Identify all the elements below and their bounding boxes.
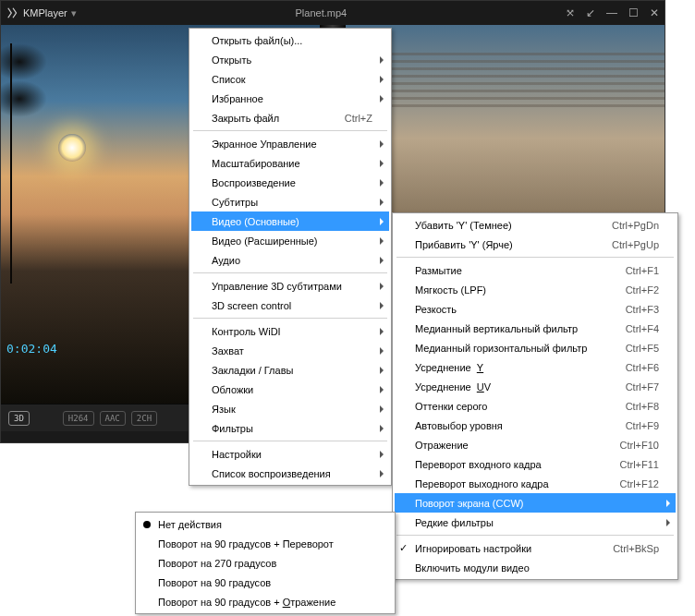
main-menu-item-10[interactable]: Видео (Основные) xyxy=(191,211,389,231)
pin-icon[interactable]: ⤧ xyxy=(566,6,575,19)
main-menu-item-6[interactable]: Экранное Управление xyxy=(191,134,389,153)
video-menu-item-12[interactable]: ОтражениеCtrl+F10 xyxy=(395,435,676,454)
video-menu-separator xyxy=(396,535,674,536)
minimize-icon[interactable]: — xyxy=(606,6,617,19)
video-menu-item-16[interactable]: Редкие фильтры xyxy=(395,513,676,532)
menu-item-label: Избранное xyxy=(212,93,263,104)
main-menu-item-14[interactable]: Управление 3D субтитрами xyxy=(191,276,389,296)
main-menu-item-12[interactable]: Аудио xyxy=(191,250,389,270)
rotate-menu-item-4[interactable]: Поворот на 90 градусов + Отражение xyxy=(138,592,393,611)
video-menu-item-1[interactable]: Прибавить 'Y' (Ярче)Ctrl+PgUp xyxy=(395,235,676,254)
chip-codec-video[interactable]: H264 xyxy=(63,411,94,426)
video-menu-item-18[interactable]: ✓Игнорировать настройкиCtrl+BkSp xyxy=(395,538,676,558)
menu-item-shortcut: Ctrl+F11 xyxy=(602,459,660,470)
menu-item-shortcut: Ctrl+F7 xyxy=(607,381,659,393)
main-menu-item-11[interactable]: Видео (Расширенные) xyxy=(191,231,389,250)
video-menu-item-3[interactable]: РазмытиеCtrl+F1 xyxy=(395,260,676,280)
app-name: KMPlayer xyxy=(23,7,67,18)
main-menu-item-7[interactable]: Масштабирование xyxy=(191,153,389,173)
video-menu-item-8[interactable]: Усреднение YCtrl+F6 xyxy=(395,357,676,377)
video-menu-item-13[interactable]: Переворот входного кадраCtrl+F11 xyxy=(395,454,676,474)
main-menu-item-15[interactable]: 3D screen control xyxy=(191,296,389,315)
menu-item-label: Усреднение UV xyxy=(415,381,491,393)
menu-item-label: Список воспроизведения xyxy=(212,468,331,479)
menu-item-shortcut: Ctrl+F3 xyxy=(607,304,659,315)
menu-item-label: Поворот на 90 градусов + Переворот xyxy=(158,538,334,550)
menu-item-label: Субтитры xyxy=(212,197,258,208)
menu-item-shortcut: Ctrl+BkSp xyxy=(594,543,659,554)
menu-item-shortcut: Ctrl+PgUp xyxy=(593,239,659,250)
main-menu-item-25[interactable]: Список воспроизведения xyxy=(191,464,389,483)
video-menu-item-14[interactable]: Переворот выходного кадраCtrl+F12 xyxy=(395,474,676,493)
menu-item-label: Переворот входного кадра xyxy=(415,459,542,470)
titlebar: KMPlayer ▾ Planet.mp4 ⤧ ↙ — ☐ ✕ xyxy=(1,1,665,25)
main-menu-item-21[interactable]: Язык xyxy=(191,399,389,418)
menu-item-label: Видео (Основные) xyxy=(212,216,299,227)
context-menu-rotate: Нет действияПоворот на 90 градусов + Пер… xyxy=(135,512,396,614)
main-menu-separator xyxy=(193,130,387,131)
video-menu-item-11[interactable]: Автовыбор уровняCtrl+F9 xyxy=(395,416,676,435)
main-menu-item-19[interactable]: Закладки / Главы xyxy=(191,360,389,380)
menu-item-label: Контроль WiDI xyxy=(212,326,281,337)
menu-item-label: Медианный вертикальный фильтр xyxy=(415,323,578,334)
video-menu-item-5[interactable]: РезкостьCtrl+F3 xyxy=(395,299,676,319)
rotate-menu-item-3[interactable]: Поворот на 90 градусов xyxy=(138,573,393,592)
submenu-arrow-icon xyxy=(380,470,384,477)
main-menu-item-17[interactable]: Контроль WiDI xyxy=(191,321,389,341)
main-menu-item-22[interactable]: Фильтры xyxy=(191,418,389,438)
submenu-arrow-icon xyxy=(666,519,670,526)
submenu-arrow-icon xyxy=(380,179,384,187)
main-menu-item-2[interactable]: Список xyxy=(191,69,389,89)
menu-item-shortcut: Ctrl+F9 xyxy=(607,420,659,431)
menu-item-shortcut: Ctrl+F2 xyxy=(607,284,659,296)
maximize-icon[interactable]: ☐ xyxy=(628,6,639,19)
menu-item-label: Закладки / Главы xyxy=(212,365,293,376)
menu-item-shortcut: Ctrl+Z xyxy=(326,113,372,124)
video-menu-item-15[interactable]: Поворот экрана (CCW) xyxy=(395,493,676,513)
menu-item-label: Управление 3D субтитрами xyxy=(212,281,342,292)
menu-item-label: Воспроизведение xyxy=(212,177,296,188)
main-menu-item-24[interactable]: Настройки xyxy=(191,444,389,464)
video-menu-item-7[interactable]: Медианный горизонтальный фильтрCtrl+F5 xyxy=(395,338,676,357)
menu-item-label: Открыть xyxy=(212,54,251,66)
menu-item-shortcut: Ctrl+PgDn xyxy=(593,220,659,231)
main-menu-item-1[interactable]: Открыть xyxy=(191,50,389,69)
rotate-menu-item-1[interactable]: Поворот на 90 градусов + Переворот xyxy=(138,534,393,553)
chip-channels[interactable]: 2CH xyxy=(131,411,157,426)
menu-item-label: Поворот на 90 градусов xyxy=(158,577,271,588)
video-menu-item-9[interactable]: Усреднение UVCtrl+F7 xyxy=(395,377,676,396)
main-menu-item-3[interactable]: Избранное xyxy=(191,89,389,108)
chip-codec-audio[interactable]: AAC xyxy=(100,411,126,426)
main-menu-item-8[interactable]: Воспроизведение xyxy=(191,173,389,192)
main-menu-item-4[interactable]: Закрыть файлCtrl+Z xyxy=(191,108,389,127)
main-menu-separator xyxy=(193,441,387,441)
menu-item-label: Усреднение Y xyxy=(415,362,483,373)
main-menu-item-20[interactable]: Обложки xyxy=(191,380,389,399)
video-menu-item-4[interactable]: Мягкость (LPF)Ctrl+F2 xyxy=(395,280,676,299)
video-menu-item-0[interactable]: Убавить 'Y' (Темнее)Ctrl+PgDn xyxy=(395,215,676,235)
rotate-menu-item-0[interactable]: Нет действия xyxy=(138,514,393,534)
main-menu-separator xyxy=(193,318,387,319)
menu-item-shortcut: Ctrl+F8 xyxy=(607,401,659,412)
menu-item-shortcut: Ctrl+F5 xyxy=(607,343,659,354)
menu-item-label: Переворот выходного кадра xyxy=(415,478,549,489)
submenu-arrow-icon xyxy=(380,302,384,309)
main-menu-item-18[interactable]: Захват xyxy=(191,341,389,360)
main-menu-item-0[interactable]: Открыть файл(ы)... xyxy=(191,30,389,50)
menu-item-label: Автовыбор уровня xyxy=(415,420,503,431)
submenu-arrow-icon xyxy=(666,500,670,507)
video-menu-item-10[interactable]: Оттенки серогоCtrl+F8 xyxy=(395,396,676,416)
menu-item-label: Медианный горизонтальный фильтр xyxy=(415,343,587,354)
video-menu-item-6[interactable]: Медианный вертикальный фильтрCtrl+F4 xyxy=(395,319,676,338)
chip-3d[interactable]: 3D xyxy=(8,411,30,426)
menu-item-label: Нет действия xyxy=(158,519,222,530)
main-menu-item-9[interactable]: Субтитры xyxy=(191,192,389,211)
rotate-menu-item-2[interactable]: Поворот на 270 градусов xyxy=(138,553,393,573)
video-menu-item-19[interactable]: Включить модули видео xyxy=(395,558,676,577)
menu-item-label: Мягкость (LPF) xyxy=(415,284,486,296)
context-menu-video-basic: Убавить 'Y' (Темнее)Ctrl+PgDnПрибавить '… xyxy=(392,212,678,580)
close-icon[interactable]: ✕ xyxy=(650,6,659,19)
menu-item-label: Убавить 'Y' (Темнее) xyxy=(415,220,512,231)
compact-icon[interactable]: ↙ xyxy=(586,6,595,19)
submenu-arrow-icon xyxy=(380,405,384,413)
